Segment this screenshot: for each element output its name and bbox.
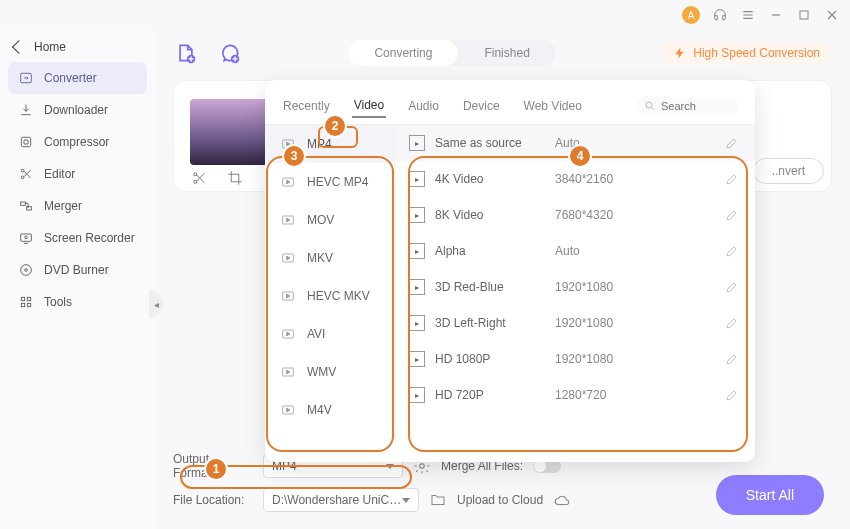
support-icon[interactable] — [712, 7, 728, 23]
toolbar: Converting Finished High Speed Conversio… — [173, 40, 832, 66]
edit-icon[interactable] — [723, 278, 741, 296]
format-item[interactable]: WMV — [265, 353, 394, 391]
minimize-icon[interactable] — [768, 7, 784, 23]
sidebar-item-downloader[interactable]: Downloader — [8, 94, 147, 126]
resolution-value: Auto — [555, 244, 723, 258]
format-label: WMV — [307, 365, 336, 379]
play-icon: ▸ — [409, 315, 425, 331]
play-icon: ▸ — [409, 207, 425, 223]
svg-point-19 — [420, 464, 425, 469]
resolution-row[interactable]: ▸3D Left-Right1920*1080 — [395, 305, 755, 341]
search-icon — [644, 100, 656, 112]
resolution-name: 4K Video — [435, 172, 555, 186]
recorder-icon — [18, 230, 34, 246]
edit-icon[interactable] — [723, 170, 741, 188]
play-icon: ▸ — [409, 351, 425, 367]
edit-icon[interactable] — [723, 206, 741, 224]
merge-icon — [18, 198, 34, 214]
dvd-icon — [18, 262, 34, 278]
convert-button[interactable]: ..nvert — [753, 158, 824, 184]
svg-point-4 — [21, 176, 24, 179]
tab-converting[interactable]: Converting — [348, 40, 458, 66]
resolution-row[interactable]: ▸3D Red-Blue1920*1080 — [395, 269, 755, 305]
play-icon: ▸ — [409, 135, 425, 151]
tab-video[interactable]: Video — [352, 94, 386, 118]
format-icon — [279, 249, 297, 267]
svg-point-8 — [25, 236, 28, 239]
format-item[interactable]: MKV — [265, 239, 394, 277]
sidebar-item-merger[interactable]: Merger — [8, 190, 147, 222]
play-icon: ▸ — [409, 387, 425, 403]
tab-recently[interactable]: Recently — [281, 95, 332, 117]
menu-icon[interactable] — [740, 7, 756, 23]
tab-webvideo[interactable]: Web Video — [522, 95, 584, 117]
resolution-name: 3D Left-Right — [435, 316, 555, 330]
tab-audio[interactable]: Audio — [406, 95, 441, 117]
sidebar-item-compressor[interactable]: Compressor — [8, 126, 147, 158]
tab-device[interactable]: Device — [461, 95, 502, 117]
crop-icon[interactable] — [226, 169, 244, 187]
search-input[interactable] — [661, 100, 731, 112]
sidebar-item-converter[interactable]: Converter — [8, 62, 147, 94]
high-speed-toggle[interactable]: High Speed Conversion — [661, 42, 832, 64]
tools-icon — [18, 294, 34, 310]
cloud-icon[interactable] — [553, 491, 571, 509]
sidebar-item-recorder[interactable]: Screen Recorder — [8, 222, 147, 254]
resolution-list: ▸Same as sourceAuto▸4K Video3840*2160▸8K… — [395, 125, 755, 443]
sidebar-item-editor[interactable]: Editor — [8, 158, 147, 190]
edit-icon[interactable] — [723, 350, 741, 368]
svg-rect-14 — [27, 303, 30, 306]
resolution-name: HD 720P — [435, 388, 555, 402]
edit-icon[interactable] — [723, 134, 741, 152]
close-icon[interactable] — [824, 7, 840, 23]
avatar[interactable]: A — [682, 6, 700, 24]
play-icon: ▸ — [409, 243, 425, 259]
sidebar-item-dvd[interactable]: DVD Burner — [8, 254, 147, 286]
trim-icon[interactable] — [190, 169, 208, 187]
add-url-button[interactable] — [217, 40, 243, 66]
svg-point-9 — [21, 265, 32, 276]
maximize-icon[interactable] — [796, 7, 812, 23]
format-item[interactable]: HEVC MP4 — [265, 163, 394, 201]
add-file-button[interactable] — [173, 40, 199, 66]
play-icon: ▸ — [409, 279, 425, 295]
sidebar-item-label: Editor — [44, 167, 75, 181]
format-icon — [279, 401, 297, 419]
compress-icon — [18, 134, 34, 150]
resolution-row[interactable]: ▸8K Video7680*4320 — [395, 197, 755, 233]
format-item[interactable]: HEVC MKV — [265, 277, 394, 315]
format-icon — [279, 173, 297, 191]
resolution-name: HD 1080P — [435, 352, 555, 366]
start-all-button[interactable]: Start All — [716, 475, 824, 515]
format-item[interactable]: AVI — [265, 315, 394, 353]
svg-rect-5 — [21, 202, 26, 205]
resolution-row[interactable]: ▸AlphaAuto — [395, 233, 755, 269]
file-location-select[interactable]: D:\Wondershare UniConverter 1 — [263, 488, 419, 512]
resolution-row[interactable]: ▸HD 720P1280*720 — [395, 377, 755, 413]
svg-rect-2 — [21, 137, 30, 146]
folder-icon[interactable] — [429, 491, 447, 509]
caret-down-icon — [386, 464, 394, 469]
chevron-left-icon — [12, 40, 26, 54]
resolution-row[interactable]: ▸4K Video3840*2160 — [395, 161, 755, 197]
sidebar-item-label: Screen Recorder — [44, 231, 135, 245]
search-box[interactable] — [636, 97, 739, 115]
edit-icon[interactable] — [723, 386, 741, 404]
format-item[interactable]: M4V — [265, 391, 394, 429]
home-label: Home — [34, 40, 66, 54]
svg-point-17 — [194, 173, 197, 176]
resolution-name: Alpha — [435, 244, 555, 258]
resolution-row[interactable]: ▸HD 1080P1920*1080 — [395, 341, 755, 377]
home-header[interactable]: Home — [8, 36, 147, 62]
resolution-value: 1920*1080 — [555, 316, 723, 330]
resolution-name: 8K Video — [435, 208, 555, 222]
svg-rect-12 — [27, 297, 30, 300]
edit-icon[interactable] — [723, 314, 741, 332]
svg-point-10 — [25, 269, 28, 272]
sidebar-item-tools[interactable]: Tools — [8, 286, 147, 318]
format-item[interactable]: MOV — [265, 201, 394, 239]
edit-icon[interactable] — [723, 242, 741, 260]
sidebar: Home Converter Downloader Compressor Edi… — [0, 30, 155, 529]
tab-finished[interactable]: Finished — [458, 40, 555, 66]
scissors-icon — [18, 166, 34, 182]
